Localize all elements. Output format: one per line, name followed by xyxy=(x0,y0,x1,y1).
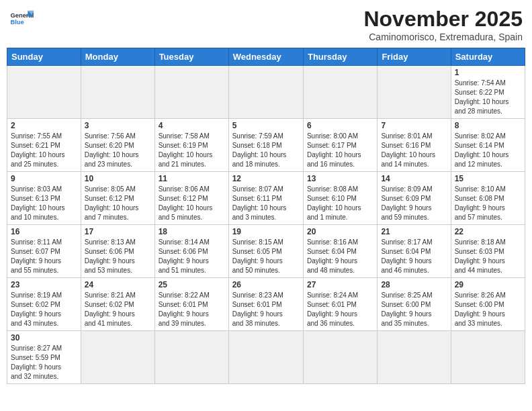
calendar-day-19: 19Sunrise: 8:15 AM Sunset: 6:05 PM Dayli… xyxy=(228,225,303,278)
day-number: 16 xyxy=(11,227,77,236)
day-number: 12 xyxy=(232,174,300,183)
day-info: Sunrise: 7:59 AM Sunset: 6:18 PM Dayligh… xyxy=(232,132,300,169)
day-number: 3 xyxy=(85,121,151,130)
day-info: Sunrise: 7:54 AM Sunset: 6:22 PM Dayligh… xyxy=(455,79,521,116)
day-info: Sunrise: 8:11 AM Sunset: 6:07 PM Dayligh… xyxy=(11,238,77,275)
day-number: 13 xyxy=(307,174,373,183)
calendar-day-8: 8Sunrise: 8:02 AM Sunset: 6:14 PM Daylig… xyxy=(451,119,525,172)
day-number: 8 xyxy=(455,121,521,130)
day-info: Sunrise: 8:08 AM Sunset: 6:10 PM Dayligh… xyxy=(307,185,373,222)
calendar-week-row: 9Sunrise: 8:03 AM Sunset: 6:13 PM Daylig… xyxy=(7,172,525,225)
calendar-day-1: 1Sunrise: 7:54 AM Sunset: 6:22 PM Daylig… xyxy=(451,66,525,119)
day-number: 26 xyxy=(232,280,300,289)
calendar-day-empty xyxy=(154,331,228,384)
day-info: Sunrise: 8:07 AM Sunset: 6:11 PM Dayligh… xyxy=(232,185,300,222)
calendar-header-row: SundayMondayTuesdayWednesdayThursdayFrid… xyxy=(7,48,525,66)
day-info: Sunrise: 8:03 AM Sunset: 6:13 PM Dayligh… xyxy=(11,185,77,222)
column-header-sunday: Sunday xyxy=(7,48,81,66)
calendar-day-20: 20Sunrise: 8:16 AM Sunset: 6:04 PM Dayli… xyxy=(303,225,377,278)
day-number: 1 xyxy=(455,68,521,77)
calendar-day-16: 16Sunrise: 8:11 AM Sunset: 6:07 PM Dayli… xyxy=(7,225,81,278)
calendar-day-empty xyxy=(81,331,154,384)
calendar-day-empty xyxy=(451,331,525,384)
day-info: Sunrise: 8:23 AM Sunset: 6:01 PM Dayligh… xyxy=(232,291,300,328)
calendar-day-17: 17Sunrise: 8:13 AM Sunset: 6:06 PM Dayli… xyxy=(81,225,154,278)
day-number: 30 xyxy=(11,333,77,342)
calendar-day-9: 9Sunrise: 8:03 AM Sunset: 6:13 PM Daylig… xyxy=(7,172,81,225)
calendar-day-empty xyxy=(378,331,451,384)
calendar-day-23: 23Sunrise: 8:19 AM Sunset: 6:02 PM Dayli… xyxy=(7,278,81,331)
day-number: 29 xyxy=(455,280,521,289)
day-info: Sunrise: 8:21 AM Sunset: 6:02 PM Dayligh… xyxy=(85,291,151,328)
calendar-week-row: 23Sunrise: 8:19 AM Sunset: 6:02 PM Dayli… xyxy=(7,278,525,331)
calendar-day-14: 14Sunrise: 8:09 AM Sunset: 6:09 PM Dayli… xyxy=(378,172,451,225)
day-info: Sunrise: 8:05 AM Sunset: 6:12 PM Dayligh… xyxy=(85,185,151,222)
day-info: Sunrise: 8:00 AM Sunset: 6:17 PM Dayligh… xyxy=(307,132,373,169)
day-number: 5 xyxy=(232,121,300,130)
day-number: 19 xyxy=(232,227,300,236)
calendar-day-24: 24Sunrise: 8:21 AM Sunset: 6:02 PM Dayli… xyxy=(81,278,154,331)
calendar-day-empty xyxy=(154,66,228,119)
day-number: 23 xyxy=(11,280,77,289)
calendar-day-29: 29Sunrise: 8:26 AM Sunset: 6:00 PM Dayli… xyxy=(451,278,525,331)
calendar-day-28: 28Sunrise: 8:25 AM Sunset: 6:00 PM Dayli… xyxy=(378,278,451,331)
calendar-day-27: 27Sunrise: 8:24 AM Sunset: 6:01 PM Dayli… xyxy=(303,278,377,331)
calendar-day-5: 5Sunrise: 7:59 AM Sunset: 6:18 PM Daylig… xyxy=(228,119,303,172)
calendar-week-row: 30Sunrise: 8:27 AM Sunset: 5:59 PM Dayli… xyxy=(7,331,525,384)
day-info: Sunrise: 8:27 AM Sunset: 5:59 PM Dayligh… xyxy=(11,344,77,381)
day-info: Sunrise: 8:01 AM Sunset: 6:16 PM Dayligh… xyxy=(381,132,447,169)
day-number: 24 xyxy=(85,280,151,289)
calendar-day-13: 13Sunrise: 8:08 AM Sunset: 6:10 PM Dayli… xyxy=(303,172,377,225)
calendar-day-15: 15Sunrise: 8:10 AM Sunset: 6:08 PM Dayli… xyxy=(451,172,525,225)
calendar-day-empty xyxy=(228,66,303,119)
day-number: 9 xyxy=(11,174,77,183)
calendar-day-12: 12Sunrise: 8:07 AM Sunset: 6:11 PM Dayli… xyxy=(228,172,303,225)
column-header-friday: Friday xyxy=(378,48,451,66)
calendar-day-2: 2Sunrise: 7:55 AM Sunset: 6:21 PM Daylig… xyxy=(7,119,81,172)
calendar-week-row: 16Sunrise: 8:11 AM Sunset: 6:07 PM Dayli… xyxy=(7,225,525,278)
calendar-day-empty xyxy=(303,66,377,119)
day-number: 6 xyxy=(307,121,373,130)
day-info: Sunrise: 8:16 AM Sunset: 6:04 PM Dayligh… xyxy=(307,238,373,275)
column-header-monday: Monday xyxy=(81,48,154,66)
day-number: 25 xyxy=(159,280,225,289)
calendar-week-row: 2Sunrise: 7:55 AM Sunset: 6:21 PM Daylig… xyxy=(7,119,525,172)
day-number: 28 xyxy=(381,280,447,289)
column-header-tuesday: Tuesday xyxy=(154,48,228,66)
column-header-thursday: Thursday xyxy=(303,48,377,66)
day-info: Sunrise: 8:17 AM Sunset: 6:04 PM Dayligh… xyxy=(381,238,447,275)
day-number: 15 xyxy=(455,174,521,183)
day-number: 21 xyxy=(381,227,447,236)
generalblue-logo-icon: General Blue xyxy=(9,7,34,31)
logo: General Blue xyxy=(9,7,34,31)
day-number: 18 xyxy=(159,227,225,236)
day-info: Sunrise: 8:15 AM Sunset: 6:05 PM Dayligh… xyxy=(232,238,300,275)
calendar-day-empty xyxy=(303,331,377,384)
day-number: 20 xyxy=(307,227,373,236)
day-info: Sunrise: 7:55 AM Sunset: 6:21 PM Dayligh… xyxy=(11,132,77,169)
title-block: November 2025 Caminomorisco, Extremadura… xyxy=(363,7,523,42)
day-info: Sunrise: 8:18 AM Sunset: 6:03 PM Dayligh… xyxy=(455,238,521,275)
calendar-day-10: 10Sunrise: 8:05 AM Sunset: 6:12 PM Dayli… xyxy=(81,172,154,225)
page-header: General Blue November 2025 Caminomorisco… xyxy=(7,7,525,42)
calendar-day-empty xyxy=(228,331,303,384)
calendar-day-4: 4Sunrise: 7:58 AM Sunset: 6:19 PM Daylig… xyxy=(154,119,228,172)
day-number: 22 xyxy=(455,227,521,236)
column-header-wednesday: Wednesday xyxy=(228,48,303,66)
day-number: 10 xyxy=(85,174,151,183)
day-number: 7 xyxy=(381,121,447,130)
day-info: Sunrise: 8:26 AM Sunset: 6:00 PM Dayligh… xyxy=(455,291,521,328)
calendar-day-21: 21Sunrise: 8:17 AM Sunset: 6:04 PM Dayli… xyxy=(378,225,451,278)
day-info: Sunrise: 8:22 AM Sunset: 6:01 PM Dayligh… xyxy=(159,291,225,328)
calendar-day-empty xyxy=(81,66,154,119)
calendar-day-empty xyxy=(7,66,81,119)
month-title: November 2025 xyxy=(363,7,523,32)
calendar-day-18: 18Sunrise: 8:14 AM Sunset: 6:06 PM Dayli… xyxy=(154,225,228,278)
calendar-day-26: 26Sunrise: 8:23 AM Sunset: 6:01 PM Dayli… xyxy=(228,278,303,331)
calendar-day-30: 30Sunrise: 8:27 AM Sunset: 5:59 PM Dayli… xyxy=(7,331,81,384)
day-info: Sunrise: 8:10 AM Sunset: 6:08 PM Dayligh… xyxy=(455,185,521,222)
day-number: 4 xyxy=(159,121,225,130)
day-info: Sunrise: 8:25 AM Sunset: 6:00 PM Dayligh… xyxy=(381,291,447,328)
day-info: Sunrise: 8:06 AM Sunset: 6:12 PM Dayligh… xyxy=(159,185,225,222)
calendar-day-25: 25Sunrise: 8:22 AM Sunset: 6:01 PM Dayli… xyxy=(154,278,228,331)
